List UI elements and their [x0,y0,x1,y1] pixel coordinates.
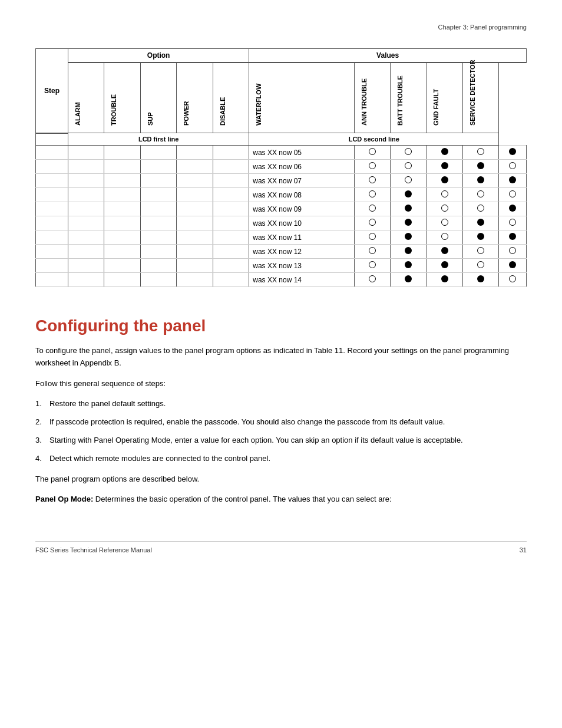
option-cell [177,160,213,174]
option-cell [213,216,249,230]
circle-empty-icon [477,205,484,212]
gnd-fault-cell [462,202,498,216]
option-cell [140,259,176,273]
footer-right: 31 [520,546,527,554]
option-cell [177,245,213,259]
follow-text: Follow this general sequence of steps: [35,378,527,390]
service-detector-cell [499,230,527,245]
gnd-fault-cell [462,245,498,259]
lcd-second-value: was XX now 12 [249,245,354,259]
circle-empty-icon [509,162,516,169]
circle-filled-icon [477,275,484,282]
circle-filled-icon [509,148,516,155]
page-footer: FSC Series Technical Reference Manual 31 [35,541,527,554]
lcd-second-value: was XX now 05 [249,146,354,160]
circle-empty-icon [441,233,448,240]
circle-empty-icon [477,261,484,268]
table-row: was XX now 13 [36,259,527,273]
gnd-fault-cell [462,146,498,160]
circle-filled-icon [441,148,448,155]
circle-empty-icon [369,219,376,226]
circle-filled-icon [405,275,412,282]
service-detector-cell [499,174,527,188]
rotated-ann-trouble: ANN TROUBLE [354,62,390,133]
circle-empty-icon [405,176,412,183]
step-cell [36,146,68,160]
lcd-second-value: was XX now 13 [249,259,354,273]
table-row: was XX now 07 [36,174,527,188]
table-row: was XX now 09 [36,202,527,216]
circle-filled-icon [509,205,516,212]
rotated-trouble: TROUBLE [104,62,140,133]
service-detector-cell [499,160,527,174]
step-number: 2. [35,416,42,429]
step-cell [36,259,68,273]
circle-empty-icon [369,205,376,212]
batt-trouble-cell [427,230,462,245]
option-cell [68,174,104,188]
lcd-second-value: was XX now 06 [249,160,354,174]
circle-empty-icon [477,247,484,254]
rotated-batt-trouble: BATT TROUBLE [390,62,426,133]
option-cell [104,174,140,188]
circle-filled-icon [405,233,412,240]
step-cell [36,160,68,174]
option-cell [177,273,213,287]
waterflow-cell [354,216,390,230]
option-cell [213,146,249,160]
step-cell [36,188,68,202]
circle-empty-icon [477,148,484,155]
option-cell [104,216,140,230]
option-cell [140,160,176,174]
table-row: was XX now 12 [36,245,527,259]
col-values-header: Values [249,49,527,63]
list-item: 1. Restore the panel default settings. [35,398,527,410]
circle-filled-icon [441,176,448,183]
batt-trouble-cell [427,273,462,287]
rotated-alarm: ALARM [68,62,104,133]
section-title: Configuring the panel [35,317,527,335]
option-cell [104,230,140,245]
service-detector-cell [499,202,527,216]
gnd-fault-cell [462,259,498,273]
waterflow-cell [354,202,390,216]
ann-trouble-cell [390,230,426,245]
option-cell [213,230,249,245]
circle-filled-icon [441,162,448,169]
waterflow-cell [354,174,390,188]
table-row: was XX now 14 [36,273,527,287]
batt-trouble-cell [427,245,462,259]
circle-empty-icon [509,275,516,282]
ann-trouble-cell [390,245,426,259]
list-item: 2. If passcode protection is required, e… [35,416,527,429]
rotated-sup: SUP [140,62,176,133]
gnd-fault-cell [462,188,498,202]
option-cell [140,202,176,216]
service-detector-cell [499,245,527,259]
list-item: 4. Detect which remote modules are conne… [35,453,527,465]
gnd-fault-cell [462,230,498,245]
option-cell [140,188,176,202]
circle-filled-icon [477,176,484,183]
intro-paragraph: To configure the panel, assign values to… [35,345,527,370]
ann-trouble-cell [390,188,426,202]
step-cell [36,216,68,230]
lcd-second-value: was XX now 14 [249,273,354,287]
step-cell [36,273,68,287]
circle-empty-icon [441,190,448,197]
option-cell [177,174,213,188]
gnd-fault-cell [462,160,498,174]
rotated-gnd-fault: GND FAULT [427,62,462,133]
step-col-empty [36,133,68,146]
option-cell [213,160,249,174]
lcd-second-line-label: LCD second line [249,133,499,146]
option-cell [213,245,249,259]
option-cell [140,146,176,160]
option-cell [177,216,213,230]
circle-filled-icon [441,261,448,268]
batt-trouble-cell [427,216,462,230]
option-cell [213,273,249,287]
step-cell [36,174,68,188]
batt-trouble-cell [427,188,462,202]
option-cell [68,202,104,216]
